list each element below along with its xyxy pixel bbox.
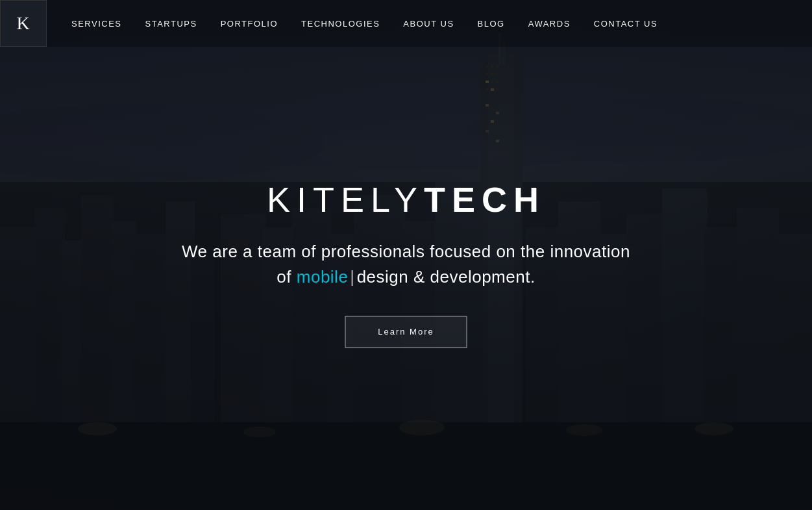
tagline-cursor: | xyxy=(350,267,354,287)
hero-section: K SERVICES STARTUPS PORTFOLIO TECHNOLOGI… xyxy=(0,0,812,510)
logo-box[interactable]: K xyxy=(0,0,47,47)
tagline-pre: of xyxy=(277,267,296,287)
learn-more-button[interactable]: Learn More xyxy=(345,316,467,348)
brand-part2: TECH xyxy=(424,180,545,219)
tagline-post: design & development. xyxy=(357,267,535,287)
nav-item-portfolio[interactable]: PORTFOLIO xyxy=(209,0,289,47)
nav-links: SERVICES STARTUPS PORTFOLIO TECHNOLOGIES… xyxy=(60,0,669,47)
nav-item-startups[interactable]: STARTUPS xyxy=(134,0,209,47)
tagline-highlight: mobile xyxy=(297,267,349,287)
logo-letter: K xyxy=(16,13,30,34)
tagline-line1: We are a team of professionals focused o… xyxy=(182,242,630,261)
hero-content: KITELYTECH We are a team of professional… xyxy=(0,179,812,348)
nav-item-services[interactable]: SERVICES xyxy=(60,0,134,47)
nav-item-contact[interactable]: CONTACT US xyxy=(582,0,669,47)
nav-item-technologies[interactable]: TECHNOLOGIES xyxy=(289,0,391,47)
brand-part1: KITELY xyxy=(267,180,424,219)
tagline: We are a team of professionals focused o… xyxy=(13,239,799,290)
nav-item-blog[interactable]: BLOG xyxy=(466,0,517,47)
navbar: K SERVICES STARTUPS PORTFOLIO TECHNOLOGI… xyxy=(0,0,812,47)
nav-item-awards[interactable]: AWARDS xyxy=(517,0,582,47)
nav-item-about[interactable]: ABOUT US xyxy=(391,0,465,47)
brand-title: KITELYTECH xyxy=(13,179,799,220)
